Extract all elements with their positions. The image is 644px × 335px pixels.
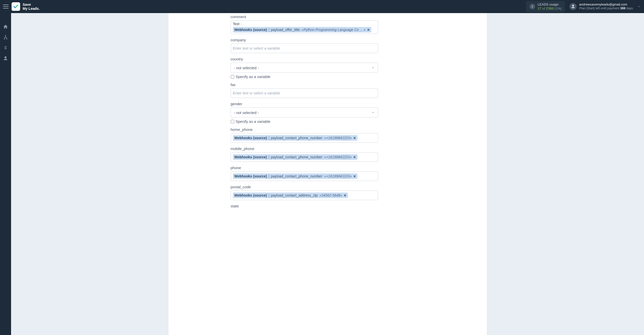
leads-usage-text: LEADS usage: 17 of 2'000 (1%) xyxy=(538,3,561,11)
input-mobile-phone[interactable]: Webhooks (source) | payload_contact_phon… xyxy=(231,152,378,162)
input-company[interactable]: Enter text or select a variable xyxy=(231,44,378,53)
checkbox-row-gender[interactable]: Specify as a variable xyxy=(231,119,378,124)
brand-name: Save My Leads. xyxy=(23,3,40,11)
checkbox-row-country[interactable]: Specify as a variable xyxy=(231,75,378,79)
home-icon[interactable] xyxy=(3,24,9,30)
field-gender: gender - not selected - Specify as a var… xyxy=(231,102,378,124)
days-count: 388 xyxy=(620,7,625,10)
label-fax: fax xyxy=(231,83,378,87)
pill-postal-code: Webhooks (source) | payload_contact_addr… xyxy=(233,193,348,198)
pill-source: Webhooks (source) xyxy=(234,174,267,178)
leads-usage-box: i LEADS usage: 17 of 2'000 (1%) xyxy=(526,1,565,12)
pill-sep: | xyxy=(268,193,270,197)
placeholder-fax: Enter text or select a variable xyxy=(233,91,280,95)
pill-source: Webhooks (source) xyxy=(234,193,267,197)
field-fax: fax Enter text or select a variable xyxy=(231,83,378,98)
brand-line2: My Leads. xyxy=(23,7,40,11)
logo-icon[interactable] xyxy=(12,2,20,11)
sitemap-icon[interactable] xyxy=(3,34,9,40)
input-postal-code[interactable]: Webhooks (source) | payload_contact_addr… xyxy=(231,191,378,200)
checkbox-label-gender: Specify as a variable xyxy=(236,119,270,124)
days-unit: days xyxy=(626,7,633,10)
pill-source: Webhooks (source) xyxy=(234,155,267,159)
pill-remove-icon[interactable]: ✕ xyxy=(367,28,370,32)
pill-var: payload_offer_title: xyxy=(271,28,301,32)
user-icon[interactable] xyxy=(3,55,9,61)
pill-source: Webhooks (source) xyxy=(234,136,267,140)
pill-remove-icon[interactable]: ✕ xyxy=(353,174,356,178)
label-home-phone: home_phone xyxy=(231,127,378,132)
label-mobile-phone: mobile_phone xyxy=(231,146,378,151)
chevron-down-icon xyxy=(371,111,375,114)
pill-value: «+16199843203» xyxy=(324,136,352,140)
account-email: andrewsavemyleads@gmail.com xyxy=(579,3,633,7)
pill-phone: Webhooks (source) | payload_contact_phon… xyxy=(233,173,358,179)
pill-source: Webhooks (source) xyxy=(234,28,267,32)
pill-home-phone: Webhooks (source) | payload_contact_phon… xyxy=(233,135,358,141)
field-state: state xyxy=(231,204,378,208)
label-state: state xyxy=(231,204,378,208)
account-text: andrewsavemyleads@gmail.com Plan |Start|… xyxy=(579,3,633,11)
select-gender[interactable]: - not selected - xyxy=(231,107,378,118)
field-phone: phone Webhooks (source) | payload_contac… xyxy=(231,166,378,181)
label-country: country xyxy=(231,57,378,61)
checkbox-gender-specify[interactable] xyxy=(231,120,234,123)
field-country: country - not selected - Specify as a va… xyxy=(231,57,378,79)
label-gender: gender xyxy=(231,102,378,106)
pill-value: «+16199843203» xyxy=(324,174,352,178)
label-postal-code: postal_code xyxy=(231,185,378,189)
plan-label: Plan xyxy=(579,7,585,10)
field-comment: comment Text : Webhooks (source) | paylo… xyxy=(231,15,378,34)
select-country-value: - not selected - xyxy=(234,66,259,70)
account-plan-line: Plan |Start| left until payment 388 days xyxy=(579,7,633,11)
label-phone: phone xyxy=(231,166,378,170)
pill-remove-icon[interactable]: ✕ xyxy=(353,136,356,140)
top-bar: Save My Leads. i LEADS usage: 17 of 2'00… xyxy=(0,0,644,13)
info-icon: i xyxy=(530,4,535,9)
checkbox-country-specify[interactable] xyxy=(231,75,234,79)
input-home-phone[interactable]: Webhooks (source) | payload_contact_phon… xyxy=(231,133,378,143)
comment-prefix: Text : xyxy=(233,22,242,26)
pill-var: payload_contact_phone_number: xyxy=(271,136,323,140)
field-postal-code: postal_code Webhooks (source) | payload_… xyxy=(231,185,378,200)
pill-var: payload_contact_phone_number: xyxy=(271,155,323,159)
avatar-icon xyxy=(570,3,577,10)
pill-var: payload_contact_phone_number: xyxy=(271,174,323,178)
pill-value: «34562-5648» xyxy=(319,193,342,197)
pill-var: payload_contact_address_zip: xyxy=(271,193,318,197)
left-sidebar xyxy=(0,13,11,335)
chevron-down-icon[interactable] xyxy=(637,5,641,9)
brand-line1: Save xyxy=(23,3,40,7)
input-phone[interactable]: Webhooks (source) | payload_contact_phon… xyxy=(231,171,378,181)
pill-sep: | xyxy=(268,136,270,140)
select-country[interactable]: - not selected - xyxy=(231,63,378,73)
pill-value: «+16199843203» xyxy=(324,155,352,159)
pill-comment: Webhooks (source) | payload_offer_title:… xyxy=(233,27,372,32)
leads-used: 17 xyxy=(538,7,541,10)
pill-value: «Python Programming Language Co ... » xyxy=(302,28,366,32)
account-block[interactable]: andrewsavemyleads@gmail.com Plan |Start|… xyxy=(570,3,633,11)
leads-usage-values: 17 of 2'000 (1%) xyxy=(538,7,561,11)
pill-mobile-phone: Webhooks (source) | payload_contact_phon… xyxy=(233,154,358,160)
field-home-phone: home_phone Webhooks (source) | payload_c… xyxy=(231,127,378,143)
leads-usage-label: LEADS usage: xyxy=(538,3,561,7)
input-comment[interactable]: Text : Webhooks (source) | payload_offer… xyxy=(231,20,378,34)
checkbox-label-country: Specify as a variable xyxy=(236,75,270,79)
leads-pct: (1%) xyxy=(555,7,561,10)
input-fax[interactable]: Enter text or select a variable xyxy=(231,88,378,98)
form-card: comment Text : Webhooks (source) | paylo… xyxy=(169,13,487,335)
left-prefix: left until payment xyxy=(595,7,619,10)
label-comment: comment xyxy=(231,15,378,19)
pill-remove-icon[interactable]: ✕ xyxy=(353,155,356,159)
pill-sep: | xyxy=(268,174,270,178)
label-company: company xyxy=(231,38,378,42)
plan-name: |Start| xyxy=(586,7,595,10)
field-company: company Enter text or select a variable xyxy=(231,38,378,53)
chevron-down-icon xyxy=(371,66,375,69)
hamburger-menu-icon[interactable] xyxy=(3,3,9,10)
pill-remove-icon[interactable]: ✕ xyxy=(344,194,346,197)
dollar-icon[interactable] xyxy=(3,45,9,51)
pill-sep: | xyxy=(268,28,270,32)
leads-of: of xyxy=(542,7,545,10)
placeholder-company: Enter text or select a variable xyxy=(233,46,280,50)
